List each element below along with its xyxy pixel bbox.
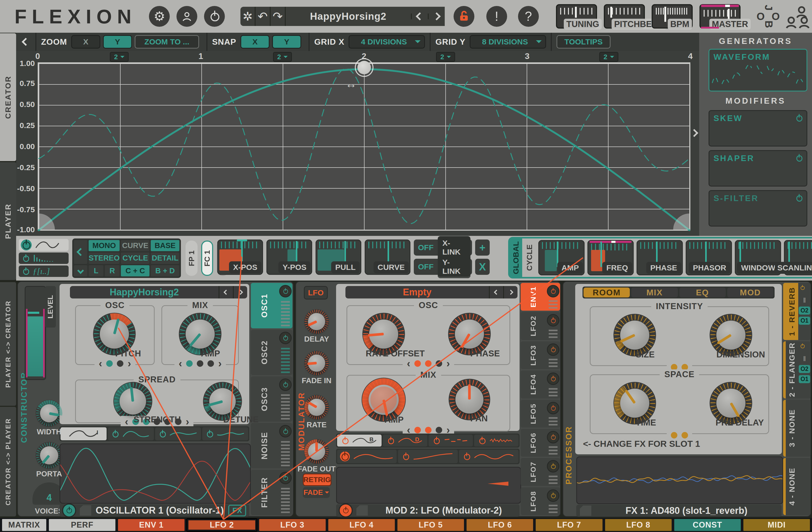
- osc-pagination[interactable]: ‹›: [95, 358, 135, 369]
- fx-tab-mix[interactable]: MIX: [632, 287, 678, 297]
- tab-power-button[interactable]: [547, 285, 559, 297]
- preset-prev-button[interactable]: [411, 14, 428, 19]
- mod-wave-tile-3[interactable]: [429, 434, 473, 446]
- lock-button[interactable]: [453, 6, 474, 27]
- lfo5-button[interactable]: LFO 5: [397, 519, 464, 531]
- sidebar-tab-player-creator[interactable]: PLAYER <-> CREATOR: [0, 282, 16, 406]
- lfo3-button[interactable]: LFO 3: [259, 519, 326, 531]
- warning-button[interactable]: !: [486, 6, 507, 27]
- strength-knob[interactable]: STRENGTH: [113, 382, 152, 421]
- preset-next-button[interactable]: [428, 14, 445, 19]
- source-formula-row[interactable]: ƒ[ı..]: [19, 265, 69, 277]
- slot-power-button[interactable]: [800, 285, 809, 294]
- tab-power-button[interactable]: [547, 431, 559, 443]
- tab-noise[interactable]: NOISE: [251, 423, 292, 468]
- tab-power-button[interactable]: [279, 332, 292, 344]
- x-pos-slider[interactable]: X-POS: [217, 239, 263, 275]
- right-channel-toggle[interactable]: R: [105, 265, 119, 276]
- power-icon[interactable]: [22, 254, 30, 262]
- mod-wave-tile-4[interactable]: [474, 434, 519, 446]
- waveform-plot[interactable]: ↔: [38, 62, 690, 231]
- global-phase-slider[interactable]: PHASE: [637, 240, 683, 275]
- subdivision-chip[interactable]: 2: [599, 52, 618, 62]
- tab-power-button[interactable]: [547, 402, 559, 414]
- power-icon[interactable]: [387, 437, 394, 444]
- subdivision-chip[interactable]: 2: [110, 52, 129, 62]
- mod-wave-tile-sine[interactable]: B: [337, 434, 381, 446]
- pan-knob[interactable]: PAN: [449, 379, 490, 420]
- remove-point-button[interactable]: X: [475, 259, 490, 275]
- tab-power-button[interactable]: [547, 343, 559, 356]
- power-icon[interactable]: [795, 114, 803, 122]
- curve-slider[interactable]: CURVE: [365, 239, 410, 275]
- fx-slot-3[interactable]: 3 - NONE: [783, 400, 811, 457]
- left-channel-toggle[interactable]: L: [89, 265, 103, 276]
- lfo-type-badge[interactable]: LFO: [304, 286, 328, 299]
- preset-name-field[interactable]: HappyHorsing2: [286, 7, 445, 26]
- fx-tab-eq[interactable]: EQ: [679, 287, 726, 297]
- slot-output1-chip[interactable]: O1: [799, 375, 810, 383]
- tab-power-button[interactable]: [279, 285, 292, 297]
- tab-lfo3[interactable]: LFO3: [521, 341, 560, 369]
- snap-x-toggle[interactable]: X: [241, 35, 270, 48]
- wave-tile-2[interactable]: [108, 427, 154, 440]
- lfo7-button[interactable]: LFO 7: [536, 519, 602, 531]
- mod-shape-tile-3[interactable]: [459, 450, 519, 463]
- tab-power-button[interactable]: [547, 314, 559, 326]
- wave-tile-4[interactable]: [202, 427, 248, 440]
- power-icon[interactable]: [463, 453, 470, 460]
- cycle-mode-toggle[interactable]: CYCLE: [121, 252, 149, 264]
- y-pos-slider[interactable]: Y-POS: [266, 239, 312, 275]
- mod-shape-tile-1[interactable]: [337, 450, 397, 463]
- power-icon[interactable]: [22, 267, 30, 275]
- power-icon[interactable]: [206, 430, 214, 438]
- master-control[interactable]: MASTER: [699, 4, 740, 29]
- slot-output1-chip[interactable]: O1: [799, 317, 810, 325]
- power-icon[interactable]: [159, 430, 166, 438]
- bd-toggle[interactable]: B + D: [151, 265, 179, 276]
- tab-lfo8[interactable]: LFO8: [521, 487, 560, 515]
- global-window-slider[interactable]: WINDOW: [735, 240, 781, 275]
- lfo6-button[interactable]: LFO 6: [467, 519, 533, 531]
- bpm-control[interactable]: BPM: [652, 4, 693, 29]
- global-phasor-slider[interactable]: PHASOR: [686, 240, 732, 275]
- slot-output2-chip[interactable]: O2: [799, 365, 810, 373]
- modulator-power-button[interactable]: [339, 503, 353, 517]
- midi-button[interactable]: MIDI: [743, 519, 810, 531]
- retrig-button[interactable]: RETRIG: [303, 474, 331, 486]
- curve-mode-toggle[interactable]: CURVE: [121, 240, 149, 251]
- mod-osc-pagination[interactable]: ‹›: [403, 358, 454, 369]
- amp-knob[interactable]: AMP: [179, 313, 221, 355]
- fx-tab-room[interactable]: ROOM: [583, 287, 630, 297]
- pitchbend-control[interactable]: PITCHBEND: [604, 4, 645, 29]
- fx-slot-4[interactable]: 4 - NONE: [783, 458, 811, 515]
- lfo4-button[interactable]: LFO 4: [328, 519, 395, 531]
- settings-button[interactable]: ⚙: [149, 6, 170, 27]
- power-icon[interactable]: [433, 437, 440, 444]
- modifier-skew-card[interactable]: SKEW: [709, 110, 807, 147]
- width-knob[interactable]: WIDTH: [35, 400, 63, 427]
- oscillator-power-button[interactable]: [62, 503, 76, 517]
- oscillator-fx-button[interactable]: FX: [228, 505, 246, 516]
- stereo-toggle[interactable]: STEREO: [89, 252, 119, 264]
- back-button[interactable]: [16, 33, 37, 51]
- tab-env1[interactable]: ENV1: [521, 283, 560, 311]
- x-link-control[interactable]: OFF X-LINK: [414, 239, 472, 256]
- rate-offset-knob[interactable]: RATE OFFSET: [362, 313, 405, 355]
- power-icon[interactable]: [478, 437, 486, 444]
- power-icon[interactable]: [341, 437, 349, 444]
- lfo8-button[interactable]: LFO 8: [605, 519, 672, 531]
- tab-power-button[interactable]: [547, 489, 559, 502]
- fade-out-knob[interactable]: FADE OUT: [304, 439, 329, 464]
- oscillator-preset-field[interactable]: HappyHorsing2: [70, 286, 247, 298]
- change-fx-hint[interactable]: <- CHANGE FX FOR SLOT 1: [583, 439, 700, 449]
- subdivision-chip[interactable]: 2: [436, 52, 455, 62]
- const-button[interactable]: CONST: [674, 519, 741, 531]
- dimension-knob[interactable]: DIMENSION: [710, 314, 752, 356]
- env1-button[interactable]: ENV 1: [118, 519, 185, 531]
- fade-in-knob[interactable]: FADE IN: [304, 351, 329, 375]
- preset-prev-button[interactable]: [489, 286, 503, 298]
- power-icon[interactable]: [21, 239, 32, 250]
- power-icon[interactable]: [111, 430, 119, 438]
- delay-knob[interactable]: DELAY: [304, 309, 329, 334]
